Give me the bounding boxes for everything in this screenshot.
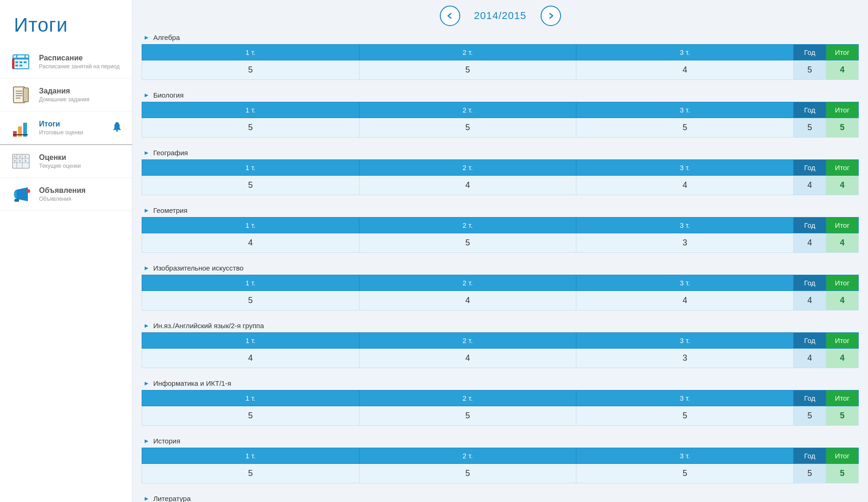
next-year-button[interactable] — [541, 6, 561, 26]
subject-name: Литература — [153, 495, 191, 502]
expand-arrow: ► — [144, 495, 150, 502]
col-header-god: Год — [794, 275, 826, 291]
expand-arrow: ► — [144, 207, 150, 214]
svg-rect-8 — [20, 65, 22, 66]
sidebar-item-results[interactable]: Итоги Итоговые оценки — [0, 112, 132, 145]
grade-t3: 4 — [576, 176, 794, 195]
tasks-label: Задания — [39, 87, 90, 95]
col-header-itog: Итог — [826, 333, 859, 349]
schedule-nav-text: Расписание Расписание занятий на период — [39, 54, 120, 70]
tasks-nav-text: Задания Домашние задания — [39, 87, 90, 103]
subject-header[interactable]: ► Алгебра — [142, 31, 859, 44]
subject-name: История — [153, 437, 180, 445]
subject-header[interactable]: ► Биология — [142, 88, 859, 102]
grades-table: 1 т. 2 т. 3 т. Год Итог 4 5 3 4 4 — [142, 217, 859, 253]
results-sublabel: Итоговые оценки — [39, 129, 83, 136]
schedule-sublabel: Расписание занятий на период — [39, 63, 120, 70]
sidebar-item-grades[interactable]: 5 4 5 4 5 3 Оценки Текущие оценки — [0, 145, 132, 178]
svg-rect-1 — [13, 58, 29, 59]
subject-name: Биология — [153, 91, 183, 99]
col-header-god: Год — [794, 390, 826, 406]
expand-arrow: ► — [144, 92, 150, 99]
prev-year-button[interactable] — [440, 6, 460, 26]
col-header-t1: 1 т. — [142, 102, 359, 118]
sidebar: Итоги Расписание Расписание занятий на п… — [0, 0, 132, 502]
grade-t2: 5 — [359, 233, 576, 253]
sidebar-item-tasks[interactable]: Задания Домашние задания — [0, 79, 132, 112]
grade-itog: 4 — [826, 60, 859, 80]
grades-table: 1 т. 2 т. 3 т. Год Итог 5 5 5 5 5 — [142, 102, 859, 138]
grade-t3: 5 — [576, 118, 794, 138]
col-header-god: Год — [794, 45, 826, 60]
subject-block: ► Геометрия 1 т. 2 т. 3 т. Год Итог 4 5 … — [142, 204, 859, 253]
grade-t3: 4 — [576, 60, 794, 80]
grade-god: 4 — [794, 349, 826, 368]
grade-t1: 4 — [142, 349, 359, 368]
grades-table: 1 т. 2 т. 3 т. Год Итог 5 5 5 5 5 — [142, 448, 859, 483]
grade-god: 5 — [794, 464, 826, 483]
svg-rect-18 — [13, 131, 17, 137]
col-header-t2: 2 т. — [359, 275, 576, 291]
subject-name: География — [153, 149, 188, 157]
grade-god: 4 — [794, 176, 826, 195]
col-header-t1: 1 т. — [142, 218, 359, 233]
grades-table: 1 т. 2 т. 3 т. Год Итог 5 4 4 4 4 — [142, 159, 859, 195]
announcements-nav-text: Объявления Объявления — [39, 186, 85, 202]
col-header-god: Год — [794, 160, 826, 176]
subject-header[interactable]: ► Литература — [142, 492, 859, 502]
col-header-god: Год — [794, 448, 826, 464]
grade-itog: 5 — [826, 406, 859, 426]
sidebar-item-schedule[interactable]: Расписание Расписание занятий на период — [0, 46, 132, 79]
col-header-t2: 2 т. — [359, 102, 576, 118]
subject-block: ► Изобразительное искусство 1 т. 2 т. 3 … — [142, 261, 859, 310]
svg-rect-23 — [116, 122, 118, 124]
tasks-icon — [9, 83, 33, 106]
main-content: 2014/2015 ► Алгебра 1 т. 2 т. 3 т. Год И… — [132, 0, 868, 502]
grade-god: 5 — [794, 60, 826, 80]
col-header-t1: 1 т. — [142, 390, 359, 406]
col-header-t3: 3 т. — [576, 275, 794, 291]
year-navigation: 2014/2015 — [132, 0, 868, 31]
grade-t1: 5 — [142, 118, 359, 138]
grade-itog: 4 — [826, 233, 859, 253]
col-header-t2: 2 т. — [359, 390, 576, 406]
svg-point-22 — [116, 130, 118, 132]
grade-t1: 5 — [142, 291, 359, 310]
subject-block: ► Ин.яз./Английский язык/2-я группа 1 т.… — [142, 319, 859, 368]
grade-t3: 4 — [576, 291, 794, 310]
col-header-t1: 1 т. — [142, 333, 359, 349]
subject-header[interactable]: ► История — [142, 434, 859, 448]
grade-t1: 5 — [142, 464, 359, 483]
col-header-t2: 2 т. — [359, 45, 576, 60]
grade-itog: 4 — [826, 176, 859, 195]
grade-t3: 3 — [576, 349, 794, 368]
grade-itog: 4 — [826, 291, 859, 310]
page-title: Итоги — [0, 9, 132, 46]
col-header-t3: 3 т. — [576, 448, 794, 464]
col-header-t2: 2 т. — [359, 333, 576, 349]
col-header-itog: Итог — [826, 390, 859, 406]
grade-t2: 4 — [359, 291, 576, 310]
grade-t1: 5 — [142, 406, 359, 426]
grades-table: 1 т. 2 т. 3 т. Год Итог 5 5 5 5 5 — [142, 390, 859, 426]
svg-rect-4 — [15, 61, 18, 63]
subject-header[interactable]: ► География — [142, 146, 859, 159]
grades-label: Оценки — [39, 153, 81, 162]
col-header-god: Год — [794, 102, 826, 118]
subject-block: ► География 1 т. 2 т. 3 т. Год Итог 5 4 … — [142, 146, 859, 195]
subject-block: ► Алгебра 1 т. 2 т. 3 т. Год Итог 5 5 4 … — [142, 31, 859, 80]
svg-rect-7 — [15, 65, 18, 66]
subject-block: ► Литература 1 т. 2 т. 3 т. Год Итог 5 5… — [142, 492, 859, 502]
grades-table-area[interactable]: ► Алгебра 1 т. 2 т. 3 т. Год Итог 5 5 4 … — [132, 31, 868, 502]
expand-arrow: ► — [144, 437, 150, 444]
subject-header[interactable]: ► Изобразительное искусство — [142, 261, 859, 275]
grade-t2: 5 — [359, 60, 576, 80]
expand-arrow: ► — [144, 149, 150, 156]
subject-block: ► Информатика и ИКТ/1-я 1 т. 2 т. 3 т. Г… — [142, 376, 859, 426]
subject-header[interactable]: ► Геометрия — [142, 204, 859, 217]
grade-t1: 5 — [142, 176, 359, 195]
subject-header[interactable]: ► Ин.яз./Английский язык/2-я группа — [142, 319, 859, 332]
sidebar-item-announcements[interactable]: Объявления Объявления — [0, 178, 132, 211]
grades-table: 1 т. 2 т. 3 т. Год Итог 5 4 4 4 4 — [142, 275, 859, 310]
subject-header[interactable]: ► Информатика и ИКТ/1-я — [142, 376, 859, 390]
